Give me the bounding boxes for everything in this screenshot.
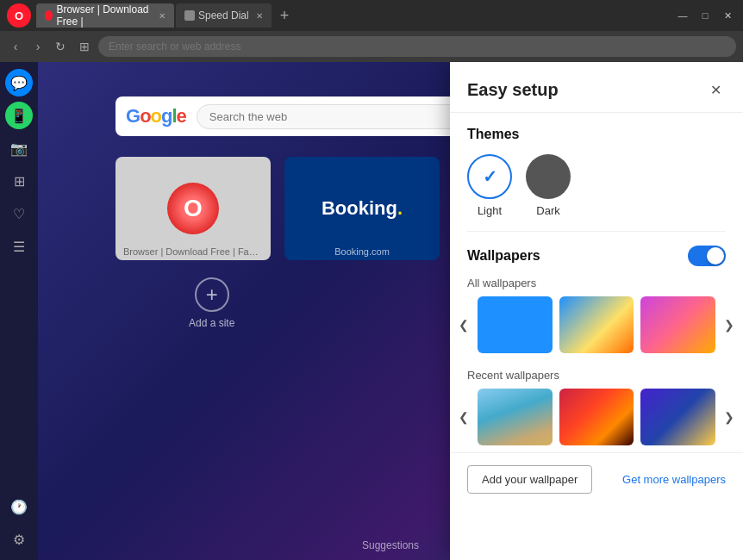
theme-light-circle: ✓ bbox=[467, 154, 512, 199]
sidebar-item-pinboard[interactable]: ⊞ bbox=[5, 167, 33, 195]
forward-button[interactable]: › bbox=[29, 40, 47, 53]
wallpaper-thumb-2[interactable] bbox=[559, 296, 634, 353]
clipboard-icon: ☰ bbox=[13, 239, 25, 255]
recent-wallpaper-thumbs bbox=[478, 389, 715, 445]
history-icon: 🕐 bbox=[10, 499, 28, 515]
theme-dark[interactable]: Dark bbox=[526, 154, 571, 217]
recent-wallpapers-row: ❮ ❯ bbox=[450, 389, 743, 445]
all-wallpapers-row: ❮ ❯ bbox=[450, 296, 743, 353]
heart-icon: ♡ bbox=[13, 206, 25, 222]
window-controls: — □ ✕ bbox=[674, 10, 736, 22]
theme-light-label: Light bbox=[478, 204, 502, 217]
recent-wallpapers-next[interactable]: ❯ bbox=[719, 407, 740, 427]
sidebar-item-settings[interactable]: ⚙ bbox=[5, 526, 33, 553]
add-wallpaper-button[interactable]: Add your wallpaper bbox=[467, 465, 592, 494]
theme-dark-circle bbox=[526, 154, 571, 199]
panel-close-button[interactable]: ✕ bbox=[705, 79, 726, 100]
sidebar-item-whatsapp[interactable]: 📱 bbox=[5, 102, 33, 129]
minimize-button[interactable]: — bbox=[674, 10, 691, 22]
tab2-close[interactable]: ✕ bbox=[256, 11, 263, 21]
add-site[interactable]: + Add a site bbox=[189, 277, 234, 329]
sidebar-item-history[interactable]: 🕐 bbox=[5, 493, 33, 520]
add-site-label: Add a site bbox=[189, 317, 234, 329]
recent-wallpapers-label: Recent wallpapers bbox=[450, 362, 743, 389]
back-button[interactable]: ‹ bbox=[7, 40, 24, 53]
address-input[interactable] bbox=[98, 36, 736, 57]
suggestions-label: Suggestions bbox=[362, 539, 419, 551]
page-area: Google O Browser | Download Free | Fast.… bbox=[38, 62, 743, 560]
toggle-knob bbox=[707, 247, 724, 264]
recent-wallpaper-thumb-2[interactable] bbox=[559, 389, 634, 445]
theme-dark-label: Dark bbox=[536, 204, 559, 217]
recent-wallpaper-thumb-1[interactable] bbox=[478, 389, 553, 445]
themes-title: Themes bbox=[467, 127, 726, 142]
wallpaper-thumb-3[interactable] bbox=[640, 296, 715, 353]
themes-section: Themes ✓ Light Dark bbox=[450, 113, 743, 231]
tab-bar: O Browser | Download Free | ✕ Speed Dial… bbox=[7, 0, 674, 31]
wallpapers-title: Wallpapers bbox=[467, 248, 540, 264]
google-logo: Google bbox=[126, 105, 186, 128]
all-wallpapers-next[interactable]: ❯ bbox=[719, 314, 740, 335]
panel-footer: Add your wallpaper Get more wallpapers bbox=[450, 452, 743, 506]
add-site-circle: + bbox=[195, 277, 229, 312]
speed-dial-tile-booking[interactable]: Booking. Booking.com bbox=[284, 157, 440, 260]
tile1-label: Browser | Download Free | Fast... bbox=[123, 246, 263, 257]
grid-button[interactable]: ⊞ bbox=[76, 40, 93, 53]
sidebar: 💬 📱 📷 ⊞ ♡ ☰ 🕐 ⚙ bbox=[0, 62, 38, 560]
theme-light[interactable]: ✓ Light bbox=[467, 154, 512, 217]
all-wallpapers-prev[interactable]: ❮ bbox=[453, 314, 474, 335]
tab-2[interactable]: Speed Dial ✕ bbox=[176, 3, 272, 28]
sidebar-item-heart[interactable]: ♡ bbox=[5, 200, 33, 227]
tab1-close[interactable]: ✕ bbox=[159, 11, 165, 21]
main-content: 💬 📱 📷 ⊞ ♡ ☰ 🕐 ⚙ Google bbox=[0, 62, 743, 560]
restore-button[interactable]: □ bbox=[696, 10, 714, 22]
settings-icon: ⚙ bbox=[13, 532, 25, 548]
opera-menu-button[interactable]: O bbox=[7, 3, 31, 28]
easy-setup-panel: Easy setup ✕ Themes ✓ Light bbox=[450, 62, 743, 560]
panel-title: Easy setup bbox=[467, 80, 559, 100]
wallpapers-toggle[interactable] bbox=[688, 246, 726, 266]
close-button[interactable]: ✕ bbox=[719, 10, 736, 22]
speed-dial-tile-opera[interactable]: O Browser | Download Free | Fast... bbox=[116, 157, 271, 260]
whatsapp-icon: 📱 bbox=[10, 108, 28, 124]
pinboard-icon: ⊞ bbox=[14, 173, 25, 190]
opera-icon: O bbox=[167, 183, 219, 234]
tab1-label: Browser | Download Free | bbox=[56, 3, 152, 28]
tile2-label: Booking.com bbox=[292, 246, 432, 257]
all-wallpaper-thumbs bbox=[478, 296, 715, 353]
tab-1[interactable]: Browser | Download Free | ✕ bbox=[36, 3, 174, 28]
booking-text: Booking. bbox=[322, 197, 403, 220]
tab2-label: Speed Dial bbox=[198, 9, 249, 22]
camera-icon: 📷 bbox=[10, 140, 28, 157]
title-bar: O Browser | Download Free | ✕ Speed Dial… bbox=[0, 0, 743, 31]
get-more-link[interactable]: Get more wallpapers bbox=[622, 473, 726, 486]
wallpaper-thumb-1[interactable] bbox=[478, 296, 553, 353]
plus-icon: + bbox=[206, 283, 218, 307]
reload-button[interactable]: ↻ bbox=[52, 40, 69, 53]
themes-row: ✓ Light Dark bbox=[467, 154, 726, 217]
tab2-favicon bbox=[184, 10, 195, 21]
wallpapers-header: Wallpapers bbox=[450, 232, 743, 270]
checkmark-icon: ✓ bbox=[483, 166, 497, 187]
address-bar: ‹ › ↻ ⊞ bbox=[0, 31, 743, 62]
close-icon: ✕ bbox=[710, 82, 721, 98]
messenger-icon: 💬 bbox=[10, 75, 28, 91]
recent-wallpapers-prev[interactable]: ❮ bbox=[453, 407, 474, 427]
sidebar-item-clipboard[interactable]: ☰ bbox=[5, 233, 33, 260]
sidebar-item-camera[interactable]: 📷 bbox=[5, 134, 33, 162]
new-tab-button[interactable]: + bbox=[273, 7, 297, 25]
panel-header: Easy setup ✕ bbox=[450, 62, 743, 113]
all-wallpapers-label: All wallpapers bbox=[450, 270, 743, 296]
recent-wallpaper-thumb-3[interactable] bbox=[640, 389, 715, 445]
sidebar-item-messenger[interactable]: 💬 bbox=[5, 69, 33, 96]
tab1-favicon bbox=[45, 10, 53, 21]
speed-dial-row: O Browser | Download Free | Fast... Book… bbox=[116, 157, 440, 260]
